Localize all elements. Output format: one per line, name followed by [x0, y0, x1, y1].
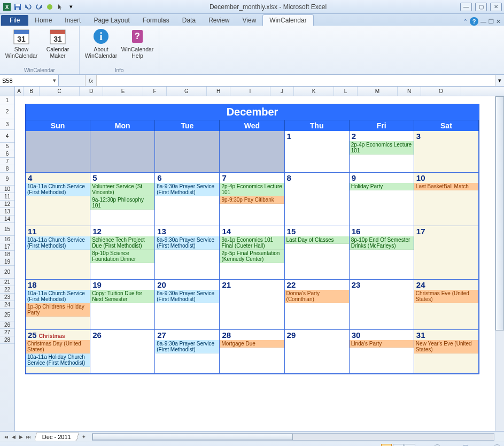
calendar-event[interactable]: Donna's Party (Corinthian)	[285, 290, 349, 303]
name-box-dropdown-icon[interactable]: ▾	[53, 77, 56, 84]
close-button[interactable]: ✕	[490, 3, 502, 11]
calendar-cell[interactable]: 410a-11a Church Service (First Methodist…	[26, 173, 90, 226]
row-header[interactable]: 14	[0, 216, 14, 223]
about-wincalendar-button[interactable]: i About WinCalendar	[84, 27, 118, 59]
new-icon[interactable]	[45, 2, 55, 12]
row-header[interactable]: 9	[0, 173, 14, 186]
calendar-event[interactable]: 10a-11a Holiday Church Service (First Me…	[26, 353, 90, 367]
row-header[interactable]: 6	[0, 150, 14, 158]
normal-view-button[interactable]: ▦	[381, 444, 392, 447]
row-header[interactable]: 23	[0, 294, 14, 301]
row-header[interactable]: 21	[0, 279, 14, 286]
row-header[interactable]: 1	[0, 96, 14, 104]
qat-dropdown-icon[interactable]: ▾	[66, 2, 76, 12]
zoom-out-button[interactable]: −	[433, 444, 441, 447]
row-header[interactable]: 13	[0, 208, 14, 216]
row-header[interactable]: 27	[0, 329, 14, 336]
calendar-cell[interactable]: 17	[414, 226, 479, 280]
calendar-event[interactable]: 2p-4p Economics Lecture 101	[220, 183, 284, 196]
calendar-cell[interactable]: 28Mortgage Due	[220, 330, 284, 374]
calendar-cell[interactable]: 3	[414, 131, 479, 173]
tab-data[interactable]: Data	[176, 15, 202, 26]
row-header[interactable]: 8	[0, 165, 14, 173]
row-header[interactable]: 12	[0, 201, 14, 208]
calendar-cell[interactable]: 1810a-11a Church Service (First Methodis…	[26, 280, 90, 330]
calendar-event[interactable]: 9p-9:30p Pay Citibank	[220, 196, 284, 204]
column-header[interactable]: G	[167, 87, 207, 96]
calendar-event[interactable]: 10a-11a Church Service (First Methodist)	[26, 290, 90, 303]
calendar-cell[interactable]: 22Donna's Party (Corinthian)	[285, 280, 350, 330]
calendar-event[interactable]: Last Day of Classes	[285, 236, 349, 244]
calendar-cell[interactable]: 15Last Day of Classes	[285, 226, 350, 280]
tab-review[interactable]: Review	[202, 15, 236, 26]
calendar-event[interactable]: 2p-4p Economics Lecture 101	[350, 141, 414, 155]
column-header[interactable]: D	[80, 87, 103, 96]
calendar-cell[interactable]: 24Christmas Eve (United States)	[414, 280, 479, 330]
calendar-cell[interactable]: 1	[285, 131, 350, 173]
excel-icon[interactable]: X	[2, 2, 12, 12]
calendar-event[interactable]: Mortgage Due	[220, 340, 284, 348]
column-header[interactable]: H	[207, 87, 230, 96]
calendar-cell[interactable]: 19Copy: Tuition Due for Next Semester	[90, 280, 155, 330]
calendar-cell[interactable]: 5Volunteer Service (St Vincents)9a-12:30…	[90, 173, 155, 226]
sheet-nav-last-icon[interactable]: ⏭	[25, 433, 32, 441]
calendar-event[interactable]: Last BasketBall Match	[414, 183, 478, 190]
calendar-cell[interactable]	[155, 131, 220, 173]
row-header[interactable]: 18	[0, 251, 14, 258]
sheet-nav-next-icon[interactable]: ▶	[17, 433, 25, 441]
maximize-button[interactable]: ▢	[475, 3, 487, 11]
column-header[interactable]: F	[143, 87, 167, 96]
sheet-nav-prev-icon[interactable]: ◀	[10, 433, 17, 441]
calendar-event[interactable]: 10a-11a Church Service (First Methodist)	[26, 236, 90, 250]
column-header[interactable]: C	[40, 87, 80, 96]
horizontal-scrollbar[interactable]	[92, 433, 494, 441]
row-header[interactable]: 10	[0, 186, 14, 193]
calendar-cell[interactable]: 21	[220, 280, 284, 330]
calendar-event[interactable]: Schience Tech Project Due (First Methodi…	[90, 236, 154, 250]
calendar-cell[interactable]: 9Holiday Party	[350, 173, 414, 226]
calendar-event[interactable]: Volunteer Service (St Vincents)	[90, 183, 154, 196]
ribbon-minimize-icon[interactable]: ⌃	[463, 18, 468, 25]
row-header[interactable]: 4	[0, 130, 14, 143]
calendar-cell[interactable]: 29	[285, 330, 350, 374]
vertical-scrollbar[interactable]	[495, 96, 504, 431]
column-header[interactable]: B	[24, 87, 40, 96]
calendar-cell[interactable]: 10Last BasketBall Match	[414, 173, 479, 226]
help-icon[interactable]: ?	[470, 17, 478, 26]
row-header[interactable]: 25	[0, 309, 14, 321]
calendar-event[interactable]: 8p-10p End Of Semester Drinks (McFarleys…	[350, 236, 414, 250]
row-header[interactable]: 15	[0, 223, 14, 236]
name-box-input[interactable]	[2, 78, 45, 84]
calendar-event[interactable]: 9a-12:30p Philosophy 101	[90, 196, 154, 210]
row-header[interactable]: 2	[0, 104, 14, 119]
cells-area[interactable]: December SunMonTueWedThuFriSat 122p-4p E…	[15, 96, 495, 431]
calendar-cell[interactable]: 26	[90, 330, 155, 374]
row-header[interactable]: 16	[0, 236, 14, 243]
calendar-cell[interactable]: 168p-10p End Of Semester Drinks (McFarle…	[350, 226, 414, 280]
calendar-event[interactable]: 1p-3p Childrens Holiday Party	[26, 303, 90, 317]
calendar-cell[interactable]: 30Linda's Party	[350, 330, 414, 374]
column-header[interactable]: N	[398, 87, 421, 96]
column-header[interactable]: I	[230, 87, 270, 96]
tab-view[interactable]: View	[236, 15, 263, 26]
calendar-cell[interactable]: 138a-9:30a Prayer Service (First Methodi…	[155, 226, 220, 280]
calendar-event[interactable]: 10a-11a Church Service (First Methodist)	[26, 183, 90, 196]
row-header[interactable]: 22	[0, 286, 14, 294]
calendar-cell[interactable]: 23	[350, 280, 414, 330]
wincalendar-help-button[interactable]: ? WinCalendar Help	[120, 27, 154, 59]
calendar-event[interactable]: 2p-5p Final Presentation (Kennedy Center…	[220, 250, 284, 263]
calendar-event[interactable]: Christmas Day (United States)	[26, 340, 90, 353]
calendar-event[interactable]: 9a-1p Economics 101 Final (Cueter Hall)	[220, 236, 284, 250]
save-icon[interactable]	[13, 2, 22, 12]
calendar-cell[interactable]: 22p-4p Economics Lecture 101	[350, 131, 414, 173]
name-box[interactable]: ▾	[0, 75, 59, 86]
sheet-nav-first-icon[interactable]: ⏮	[2, 433, 10, 441]
calendar-cell[interactable]: 149a-1p Economics 101 Final (Cueter Hall…	[220, 226, 284, 280]
calendar-cell[interactable]: 68a-9:30a Prayer Service (First Methodis…	[155, 173, 220, 226]
row-header[interactable]: 17	[0, 243, 14, 251]
calendar-cell[interactable]	[90, 131, 155, 173]
pointer-icon[interactable]	[56, 2, 65, 12]
workbook-minimize-icon[interactable]: —	[480, 18, 486, 25]
tab-insert[interactable]: Insert	[58, 15, 87, 26]
undo-icon[interactable]	[24, 2, 33, 12]
